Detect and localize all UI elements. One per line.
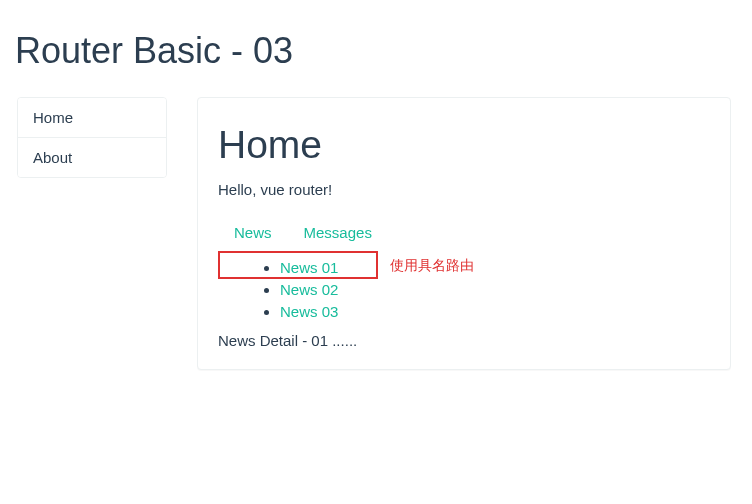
tab-news[interactable]: News xyxy=(234,224,272,241)
greeting-text: Hello, vue router! xyxy=(218,181,710,198)
annotation-text: 使用具名路由 xyxy=(390,257,474,275)
content-heading: Home xyxy=(218,123,710,167)
tab-messages[interactable]: Messages xyxy=(304,224,372,241)
page-title: Router Basic - 03 xyxy=(15,30,737,72)
news-wrap: 使用具名路由 News 01 News 02 News 03 xyxy=(218,257,710,322)
sidebar: Home About xyxy=(17,97,167,370)
main-panel-wrap: Home Hello, vue router! News Messages 使用… xyxy=(197,97,731,370)
sidebar-item-about[interactable]: About xyxy=(18,138,166,177)
sidebar-list: Home About xyxy=(17,97,167,178)
news-detail: News Detail - 01 ...... xyxy=(218,332,710,349)
news-list: News 01 News 02 News 03 xyxy=(240,257,710,322)
news-link-02[interactable]: News 02 xyxy=(280,281,338,298)
tabs: News Messages xyxy=(218,216,710,247)
news-link-03[interactable]: News 03 xyxy=(280,303,338,320)
list-item: News 02 xyxy=(280,279,710,301)
list-item: News 01 xyxy=(280,257,710,279)
main-panel: Home Hello, vue router! News Messages 使用… xyxy=(197,97,731,370)
list-item: News 03 xyxy=(280,301,710,323)
sidebar-item-home[interactable]: Home xyxy=(18,98,166,138)
news-link-01[interactable]: News 01 xyxy=(280,259,338,276)
